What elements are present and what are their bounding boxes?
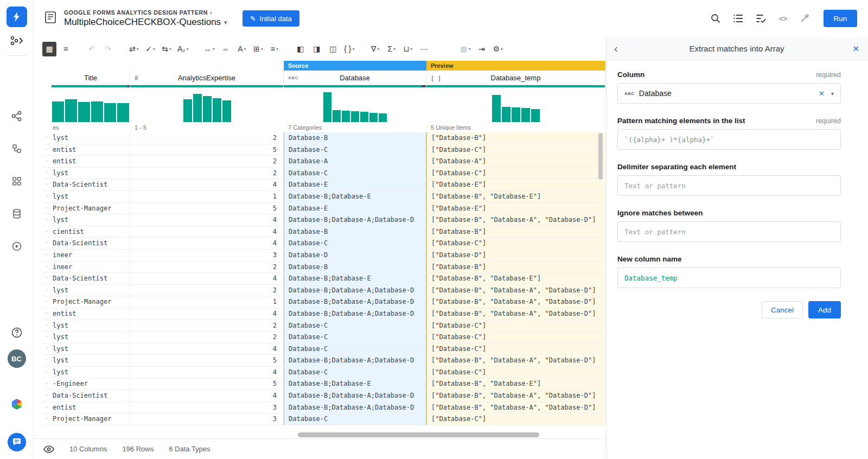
row-marker[interactable]: · [42,144,52,156]
close-icon[interactable]: ✕ [848,44,859,54]
row-marker[interactable]: · [42,320,52,331]
table-row[interactable]: ·lyst1Database·B;Database·E["Database·B"… [42,191,606,203]
cell-database[interactable]: Database·C [284,320,426,331]
histogram-bar[interactable] [521,108,530,122]
library-icon[interactable] [7,173,27,189]
cell-database-temp[interactable]: ["Database·B", "Database·A", "Database·D… [426,285,605,296]
row-marker[interactable]: · [42,285,52,296]
data-types-count[interactable]: 6 Data Types [169,445,210,453]
table-row[interactable]: ·lyst4Database·B;Database·A;Database·D["… [42,214,606,226]
cell-analyticsexpertise[interactable]: 4 [130,367,284,378]
cell-database[interactable]: Database·B;Database·A;Database·D [284,296,426,308]
grid-view-icon[interactable]: ▦ [42,42,56,56]
table-row[interactable]: ·Project·Manager1Database·B;Database·A;D… [42,296,606,308]
cell-database[interactable]: Database·C [284,413,426,425]
table-row[interactable]: ·ineer2Database·B["Database·B"] [42,262,606,273]
cell-database[interactable]: Database·B;Database·A;Database·D [284,308,426,320]
histogram-bar[interactable] [333,110,341,122]
table-row[interactable]: ·Data·Scientist4Database·E["Database·E"] [42,179,606,191]
histogram-bar[interactable] [91,101,103,122]
table-row[interactable]: ·cientist4Database·B["Database·B"] [42,226,606,238]
back-icon[interactable]: ‹ [614,42,625,55]
column-select[interactable]: ABC Database ✕ ▾ [617,83,841,104]
cell-analyticsexpertise[interactable]: 4 [130,273,284,284]
cell-database[interactable]: Database·A [284,156,426,167]
cell-analyticsexpertise[interactable]: 4 [130,226,284,238]
more-icon[interactable]: ⋯ [417,42,431,56]
split-icon[interactable]: ↔▾ [202,42,216,56]
cell-database-temp[interactable]: ["Database·B", "Database·A", "Database·D… [426,390,605,401]
flows-icon[interactable] [7,108,27,124]
cell-database[interactable]: Database·C [284,343,426,355]
cell-analyticsexpertise[interactable]: 4 [130,214,284,226]
cell-database[interactable]: Database·B;Database·A;Database·D [284,402,426,413]
run-button[interactable]: Run [824,10,857,27]
cell-title[interactable]: lyst [52,355,130,366]
table-row[interactable]: ·entist5Database·C["Database·C"] [42,144,606,156]
validate-icon[interactable]: ✓▾ [143,42,157,56]
eye-icon[interactable] [43,445,54,453]
replace-icon[interactable]: ⇄▾ [127,42,141,56]
table-row[interactable]: ·entist4Database·B;Database·A;Database·D… [42,308,606,320]
search-icon[interactable] [710,13,721,24]
cell-database[interactable]: Database·B;Database·A;Database·D [284,355,426,366]
column-header-analyticsexpertise[interactable]: #AnalyticsExpertise [130,71,284,85]
cell-database-temp[interactable]: ["Database·C"] [426,331,605,343]
cell-database-temp[interactable]: ["Database·B"] [426,262,605,273]
column-header-database[interactable]: ABCDatabase [284,71,426,85]
cell-analyticsexpertise[interactable]: 1 [130,191,284,202]
cell-database[interactable]: Database·C [284,144,426,156]
cell-database-temp[interactable]: ["Database·B", "Database·A", "Database·D… [426,296,605,308]
table-row[interactable]: ·entist2Database·A["Database·A"] [42,156,606,168]
cell-title[interactable]: lyst [52,285,130,296]
list-view-icon[interactable]: ≡ [59,42,73,56]
cell-analyticsexpertise[interactable]: 4 [130,308,284,320]
table-row[interactable]: ·lyst2Database·C["Database·C"] [42,320,606,332]
row-marker[interactable]: · [42,262,52,273]
histogram-bar[interactable] [531,109,540,122]
recipe-steps-icon[interactable] [733,14,744,23]
row-marker[interactable]: · [42,296,52,308]
cell-database-temp[interactable]: ["Database·B", "Database·A", "Database·D… [426,402,605,413]
histogram-bar[interactable] [78,102,90,122]
pattern-input[interactable] [617,129,841,150]
histogram-bar[interactable] [52,101,64,122]
jobs-icon[interactable] [7,238,27,254]
cell-title[interactable]: Data·Scientist [52,238,130,249]
horizontal-scrollbar-track[interactable] [42,432,602,437]
row-marker[interactable]: · [42,132,52,144]
cell-database[interactable]: Database·C [284,331,426,343]
eyedropper-icon[interactable] [800,14,809,23]
cell-title[interactable]: Project·Manager [52,203,130,214]
row-marker[interactable]: · [42,378,52,390]
cell-title[interactable]: Data·Scientist [52,179,130,190]
histogram-bar[interactable] [104,103,116,122]
cell-title[interactable]: lyst [52,132,130,144]
histogram-bar[interactable] [213,98,221,122]
settings-sliders-icon[interactable]: ⚙▾ [491,42,505,56]
cancel-button[interactable]: Cancel [762,301,803,318]
row-marker[interactable]: · [42,203,52,214]
cell-analyticsexpertise[interactable]: 2 [130,331,284,343]
clear-selection-icon[interactable]: ✕ [819,90,825,98]
add-button[interactable]: Add [808,301,841,318]
cell-analyticsexpertise[interactable]: 3 [130,402,284,413]
table-row[interactable]: ·entist3Database·B;Database·A;Database·D… [42,402,606,414]
histogram-bar[interactable] [323,92,331,122]
table-row[interactable]: ·lyst2Database·C["Database·C"] [42,331,606,343]
cell-title[interactable]: ineer [52,262,130,273]
connections-icon[interactable] [7,206,27,222]
format-icon[interactable]: A▾ [235,42,249,56]
new-column-name-input[interactable] [617,267,841,288]
cell-analyticsexpertise[interactable]: 3 [130,250,284,261]
row-marker[interactable]: · [42,413,52,425]
cell-title[interactable]: Data·Scientist [52,390,130,401]
cell-title[interactable]: Data·Scientist [52,273,130,284]
cell-analyticsexpertise[interactable]: 2 [130,132,284,144]
initial-data-button[interactable]: ✎ Initial data [242,10,299,27]
cell-analyticsexpertise[interactable]: 4 [130,238,284,249]
cell-analyticsexpertise[interactable]: 2 [130,262,284,273]
horizontal-scrollbar[interactable] [298,432,539,437]
app-logo[interactable] [7,7,27,27]
table-row[interactable]: ·Data·Scientist4Database·B;Database·E["D… [42,273,606,285]
